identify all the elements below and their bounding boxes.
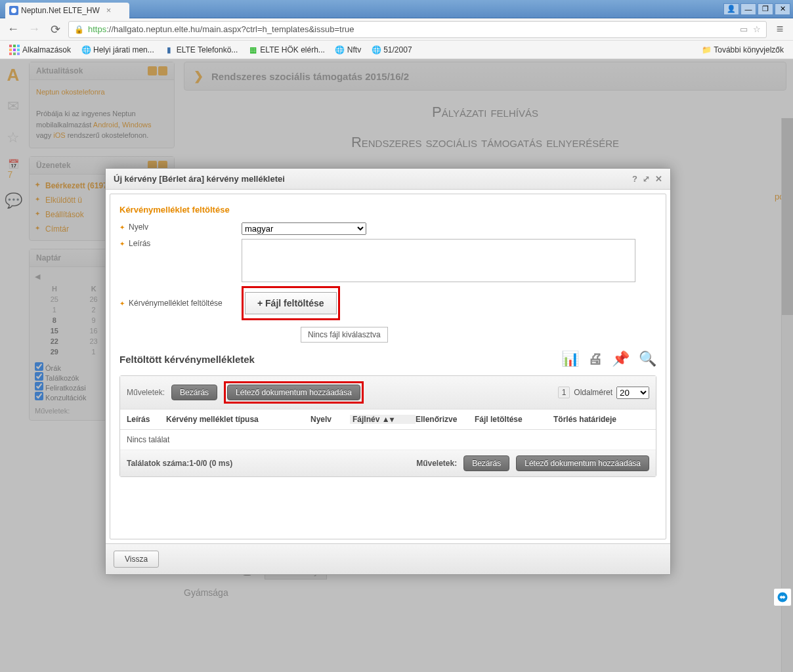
other-bookmarks[interactable]: 📁További könyvjelzők	[698, 44, 788, 56]
apps-icon	[9, 45, 20, 55]
modal-title-text: Új kérvény [Bérlet ára] kérvény mellékle…	[114, 174, 285, 184]
browser-tab[interactable]: Neptun.Net ELTE_HW ×	[5, 3, 129, 18]
menu-button[interactable]: ≡	[772, 22, 788, 37]
pin-icon[interactable]: 📌	[612, 350, 630, 368]
card-icon[interactable]: ▭	[740, 24, 748, 34]
desc-label: Leírás	[119, 239, 242, 248]
lang-label: Nyelv	[119, 222, 242, 232]
sort-icon: ▲▾	[382, 415, 394, 424]
teamviewer-icon[interactable]	[773, 588, 792, 606]
folder-icon: 📁	[702, 45, 711, 54]
upload-highlight-box: + Fájl feltöltése	[242, 286, 340, 320]
modal-titlebar: Új kérvény [Bérlet ára] kérvény mellékle…	[106, 169, 670, 190]
desc-textarea[interactable]	[242, 239, 635, 282]
minimize-button[interactable]: —	[740, 3, 756, 15]
col-desc[interactable]: Leírás	[127, 415, 166, 424]
page-number: 1	[558, 387, 570, 398]
grid-footer: Találatok száma:1-0/0 (0 ms) Műveletek: …	[120, 450, 656, 476]
bookmark-item[interactable]: ▦ELTE HÖK elérh...	[244, 44, 328, 56]
globe-icon: 🌐	[81, 45, 91, 54]
col-lang[interactable]: Nyelv	[311, 415, 350, 424]
back-button[interactable]: Vissza	[114, 551, 159, 568]
page-size-select[interactable]: 20	[616, 387, 649, 399]
modal-body: Kérvénymelléklet feltöltése Nyelv magyar…	[110, 194, 666, 539]
ops-label: Műveletek:	[127, 388, 165, 397]
ops-label: Műveletek:	[416, 459, 457, 468]
url-protocol: https	[88, 24, 106, 34]
no-results-row: Nincs találat	[120, 430, 656, 450]
modal-footer: Vissza	[106, 543, 670, 574]
uploaded-section-title: Feltöltött kérvénymellékletek	[119, 354, 255, 365]
page-icon: ▮	[165, 45, 174, 54]
results-count: Találatok száma:1-0/0 (0 ms)	[127, 459, 232, 468]
bookmark-item[interactable]: 🌐51/2007	[368, 44, 416, 56]
maximize-button[interactable]: ❐	[758, 3, 773, 15]
close-button[interactable]: Bezárás	[171, 385, 217, 400]
col-download[interactable]: Fájl letöltése	[475, 415, 553, 424]
expand-icon[interactable]: ⤢	[643, 174, 650, 184]
window-titlebar: Neptun.Net ELTE_HW × 👤 — ❐ ✕	[0, 0, 793, 18]
globe-icon: 🌐	[372, 45, 381, 54]
url-path: ://hallgato.neptun.elte.hu/main.aspx?ctr…	[106, 24, 354, 34]
reload-button[interactable]: ⟳	[47, 22, 63, 37]
search-icon[interactable]: 🔍	[639, 350, 656, 368]
grid-ops-top: Műveletek: Bezárás Létező dokumentum hoz…	[120, 376, 656, 410]
print-icon[interactable]: 🖨	[588, 350, 603, 368]
nav-bar: ← → ⟳ 🔒 https://hallgato.neptun.elte.hu/…	[0, 18, 793, 41]
excel-icon[interactable]: 📊	[561, 350, 579, 368]
tab-close-icon[interactable]: ×	[106, 5, 112, 15]
lang-select[interactable]: magyar	[242, 222, 366, 235]
add-existing-button[interactable]: Létező dokumentum hozzáadása	[227, 385, 360, 400]
tab-strip: Neptun.Net ELTE_HW ×	[0, 0, 129, 18]
url-bar[interactable]: 🔒 https://hallgato.neptun.elte.hu/main.a…	[68, 21, 767, 38]
page-size-label: Oldalméret	[574, 388, 612, 397]
grid-header: Leírás Kérvény melléklet típusa Nyelv Fá…	[120, 410, 656, 430]
bookmark-item[interactable]: 🌐Nftv	[332, 44, 365, 56]
existing-highlight-box: Létező dokumentum hozzáadása	[224, 381, 364, 404]
globe-icon: 🌐	[335, 45, 345, 54]
add-existing-button[interactable]: Létező dokumentum hozzáadása	[516, 455, 649, 471]
attachments-grid: Műveletek: Bezárás Létező dokumentum hoz…	[119, 375, 656, 477]
favicon-icon	[9, 6, 18, 15]
col-delete[interactable]: Törlés határideje	[553, 415, 645, 424]
no-file-label: Nincs fájl kiválasztva	[301, 327, 388, 343]
col-type[interactable]: Kérvény melléklet típusa	[166, 415, 311, 424]
upload-label: Kérvénymelléklet feltöltése	[119, 299, 242, 308]
upload-section-title: Kérvénymelléklet feltöltése	[119, 205, 656, 215]
back-button[interactable]: ←	[5, 22, 21, 37]
window-controls: 👤 — ❐ ✕	[723, 3, 793, 15]
col-check[interactable]: Ellenőrizve	[416, 415, 475, 424]
lock-icon: 🔒	[74, 25, 84, 34]
close-window-button[interactable]: ✕	[775, 3, 790, 15]
close-button[interactable]: Bezárás	[463, 455, 509, 471]
file-upload-button[interactable]: + Fájl feltöltése	[245, 292, 337, 314]
bookmark-item[interactable]: ▮ELTE Telefonkö...	[161, 44, 242, 56]
forward-button[interactable]: →	[26, 22, 42, 37]
close-icon[interactable]: ✕	[655, 174, 662, 184]
bookmarks-bar: Alkalmazások 🌐Helyi járati men... ▮ELTE …	[0, 41, 793, 59]
tab-title: Neptun.Net ELTE_HW	[21, 6, 100, 15]
attachment-modal: Új kérvény [Bérlet ára] kérvény mellékle…	[105, 168, 671, 575]
user-icon[interactable]: 👤	[723, 3, 739, 15]
bookmark-item[interactable]: 🌐Helyi járati men...	[77, 44, 158, 56]
help-icon[interactable]: ?	[632, 174, 637, 184]
sheet-icon: ▦	[248, 45, 257, 54]
star-icon[interactable]: ☆	[753, 24, 761, 34]
svg-point-0	[11, 8, 16, 13]
col-file[interactable]: Fájlnév ▲▾	[350, 415, 416, 424]
apps-button[interactable]: Alkalmazások	[5, 43, 75, 56]
